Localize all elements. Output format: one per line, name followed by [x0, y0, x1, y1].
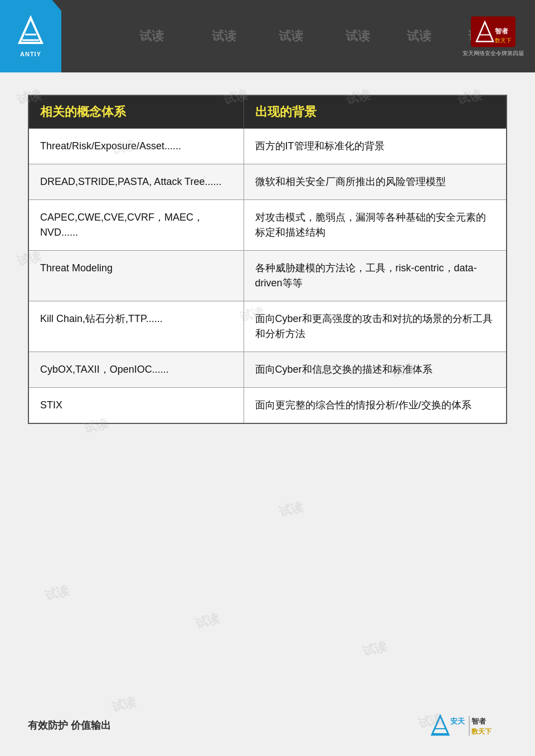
svg-marker-0 — [20, 18, 42, 43]
table-cell-left: CybOX,TAXII，OpenIOC...... — [28, 352, 244, 388]
watermark-3: 试读 — [279, 28, 303, 45]
brand-subtitle: 安天网络安全令牌第四届 — [463, 50, 524, 57]
footer: 有效防护 价值输出 安天 智者 数天下 — [28, 711, 507, 739]
svg-text:智者: 智者 — [471, 717, 487, 725]
wm-overlay-10: 试读 — [277, 499, 305, 521]
main-content: 相关的概念体系 出现的背景 Threat/Risk/Exposure/Asset… — [0, 72, 535, 441]
table-cell-right: 面向更完整的综合性的情报分析/作业/交换的体系 — [244, 388, 507, 424]
table-cell-left: Threat/Risk/Exposure/Asset...... — [28, 129, 244, 164]
table-cell-left: STIX — [28, 388, 244, 424]
table-row: DREAD,STRIDE,PASTA, Attack Tree......微软和… — [28, 164, 507, 200]
watermark-1: 试读 — [139, 28, 164, 45]
header-brand: 智者 数天下 安天网络安全令牌第四届 — [463, 15, 524, 57]
brand-logo-icon: 智者 数天下 — [471, 15, 515, 48]
logo-box: ANTIY — [0, 0, 61, 72]
logo-text: ANTIY — [20, 51, 41, 57]
table-cell-left: Threat Modeling — [28, 251, 244, 301]
table-row: Kill Chain,钻石分析,TTP......面向Cyber和更高强度的攻击… — [28, 301, 507, 352]
table-cell-right: 对攻击模式，脆弱点，漏洞等各种基础的安全元素的标定和描述结构 — [244, 200, 507, 251]
table-cell-right: 西方的IT管理和标准化的背景 — [244, 129, 507, 164]
logo-icon — [14, 15, 47, 48]
svg-text:智者: 智者 — [494, 27, 509, 35]
table-cell-right: 各种威胁建模的方法论，工具，risk-centric，data-driven等等 — [244, 251, 507, 301]
table-cell-left: CAPEC,CWE,CVE,CVRF，MAEC，NVD...... — [28, 200, 244, 251]
col1-header: 相关的概念体系 — [28, 95, 244, 129]
table-cell-right: 微软和相关安全厂商所推出的风险管理模型 — [244, 164, 507, 200]
table-row: STIX面向更完整的综合性的情报分析/作业/交换的体系 — [28, 388, 507, 424]
concept-table: 相关的概念体系 出现的背景 Threat/Risk/Exposure/Asset… — [28, 95, 507, 424]
svg-marker-8 — [432, 716, 449, 735]
footer-logo-icon: 安天 智者 数天下 — [429, 711, 507, 739]
svg-text:数天下: 数天下 — [495, 37, 512, 43]
footer-logo: 安天 智者 数天下 — [429, 711, 507, 739]
table-cell-right: 面向Cyber和更高强度的攻击和对抗的场景的分析工具和分析方法 — [244, 301, 507, 352]
col2-header: 出现的背景 — [244, 95, 507, 129]
table-row: Threat/Risk/Exposure/Asset......西方的IT管理和… — [28, 129, 507, 164]
header: ANTIY 试读 试读 试读 试读 试读 试读 智者 数天下 安天网络安全令牌第… — [0, 0, 535, 72]
watermark-5: 试读 — [407, 28, 431, 45]
table-header-row: 相关的概念体系 出现的背景 — [28, 95, 507, 129]
table-cell-left: Kill Chain,钻石分析,TTP...... — [28, 301, 244, 352]
footer-tagline: 有效防护 价值输出 — [28, 719, 111, 732]
table-row: CAPEC,CWE,CVE,CVRF，MAEC，NVD......对攻击模式，脆… — [28, 200, 507, 251]
svg-text:安天: 安天 — [450, 717, 465, 725]
table-row: CybOX,TAXII，OpenIOC......面向Cyber和信息交换的描述… — [28, 352, 507, 388]
table-cell-right: 面向Cyber和信息交换的描述和标准体系 — [244, 352, 507, 388]
table-row: Threat Modeling各种威胁建模的方法论，工具，risk-centri… — [28, 251, 507, 301]
watermark-2: 试读 — [212, 28, 236, 45]
wm-overlay-12: 试读 — [193, 610, 221, 632]
svg-text:数天下: 数天下 — [471, 728, 492, 735]
wm-overlay-13: 试读 — [361, 638, 388, 660]
watermark-4: 试读 — [346, 28, 370, 45]
wm-overlay-11: 试读 — [43, 582, 71, 604]
table-cell-left: DREAD,STRIDE,PASTA, Attack Tree...... — [28, 164, 244, 200]
